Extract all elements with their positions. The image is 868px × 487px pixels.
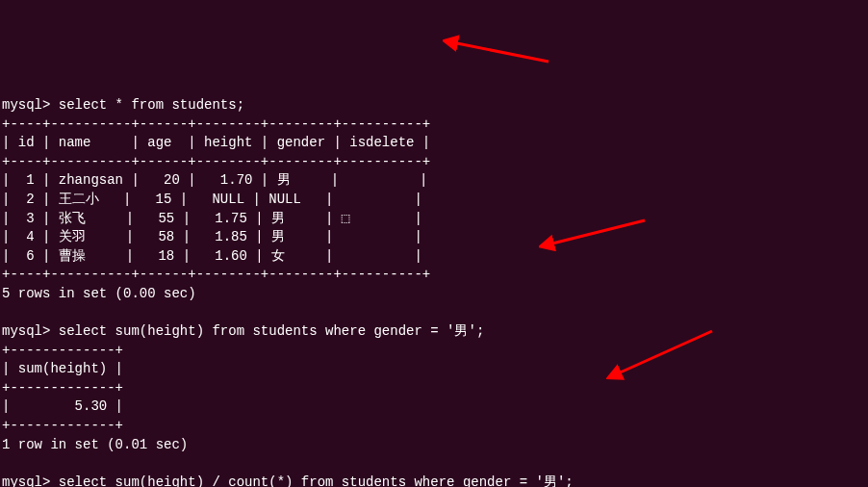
sql-query-2: select sum(height) from students where g… [59, 323, 484, 339]
table-border: +-------------+ [2, 418, 123, 433]
table-border: +----+----------+------+--------+-------… [2, 154, 430, 169]
table-row: | 2 | 王二小 | 15 | NULL | NULL | | [2, 192, 422, 207]
table-row: | 1 | zhangsan | 20 | 1.70 | 男 | | [2, 172, 427, 188]
table-border: +-------------+ [2, 380, 123, 396]
table-row: | 3 | 张飞 | 55 | 1.75 | 男 | ⬚ | [2, 211, 422, 226]
mysql-prompt[interactable]: mysql> [2, 474, 59, 487]
result-status: 5 rows in set (0.00 sec) [2, 286, 196, 301]
table-border: +----+----------+------+--------+-------… [2, 267, 430, 282]
mysql-prompt[interactable]: mysql> [2, 97, 59, 113]
mysql-prompt[interactable]: mysql> [2, 323, 59, 339]
table-row: | 4 | 关羽 | 58 | 1.85 | 男 | | [2, 229, 422, 244]
table-header-row: | id | name | age | height | gender | is… [2, 135, 430, 150]
result-status: 1 row in set (0.01 sec) [2, 437, 188, 452]
table-header-row: | sum(height) | [2, 361, 123, 376]
terminal-output: mysql> select * from students; +----+---… [2, 77, 866, 487]
table-border: +-------------+ [2, 343, 123, 358]
table-row: | 6 | 曹操 | 18 | 1.60 | 女 | | [2, 248, 422, 264]
table-row: | 5.30 | [2, 398, 123, 414]
sql-query-1: select * from students; [59, 97, 244, 113]
table-border: +----+----------+------+--------+-------… [2, 116, 430, 132]
sql-query-3: select sum(height) / count(*) from stude… [59, 474, 574, 487]
svg-line-1 [452, 42, 549, 62]
